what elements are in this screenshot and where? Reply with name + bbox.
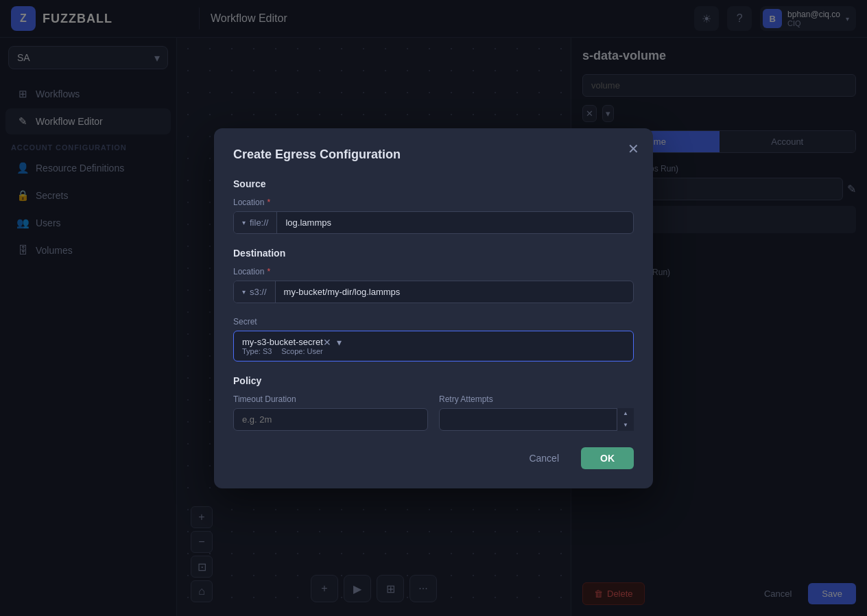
secret-selector[interactable]: my-s3-bucket-secret Type: S3 Scope: User… [233,331,634,362]
create-egress-modal: Create Egress Configuration ✕ Source Loc… [214,128,653,488]
secret-field: Secret my-s3-bucket-secret Type: S3 Scop… [233,317,634,362]
secret-clear-button[interactable]: ✕ [323,337,331,348]
dest-location-input-wrapper: ▾ s3:// [233,281,634,303]
modal-overlay: Create Egress Configuration ✕ Source Loc… [0,0,867,616]
chevron-down-icon: ▾ [242,288,246,296]
modal-actions: Cancel OK [233,447,634,469]
modal-title: Create Egress Configuration [233,147,634,162]
source-location-field: Location * ▾ file:// [233,198,634,234]
dest-prefix-text: s3:// [250,287,267,297]
secret-select-content: my-s3-bucket-secret Type: S3 Scope: User… [242,337,342,355]
destination-section-title: Destination [233,248,634,259]
source-location-label: Location * [233,198,634,207]
retry-input-wrapper: ▲ ▼ [439,408,634,431]
source-section-title: Source [233,178,634,189]
secret-name: my-s3-bucket-secret [242,337,323,347]
retry-field: Retry Attempts ▲ ▼ [439,394,634,431]
secret-scope: Scope: User [281,347,323,355]
required-marker: * [267,198,270,207]
dest-location-label: Location * [233,267,634,276]
secret-label: Secret [233,317,634,327]
retry-increment-button[interactable]: ▲ [617,408,634,420]
modal-ok-button[interactable]: OK [581,447,634,469]
dest-location-input[interactable] [276,281,633,303]
source-prefix-text: file:// [250,217,268,228]
required-marker: * [267,267,270,276]
timeout-field: Timeout Duration [233,394,428,431]
policy-row: Timeout Duration Retry Attempts ▲ ▼ [233,394,634,431]
policy-section-title: Policy [233,375,634,386]
modal-close-button[interactable]: ✕ [628,142,639,156]
timeout-label: Timeout Duration [233,394,428,404]
secret-type: Type: S3 [242,347,272,355]
secret-expand-button[interactable]: ▾ [337,337,342,348]
dest-prefix-selector[interactable]: ▾ s3:// [234,281,276,303]
source-prefix-selector[interactable]: ▾ file:// [234,212,277,233]
dest-location-field: Location * ▾ s3:// [233,267,634,303]
retry-input[interactable] [439,408,634,431]
chevron-down-icon: ▾ [242,219,246,226]
secret-select-actions: ✕ ▾ [323,337,342,348]
source-location-input[interactable] [277,212,633,233]
retry-spinners: ▲ ▼ [617,408,634,431]
retry-label: Retry Attempts [439,394,634,404]
timeout-input[interactable] [233,408,428,431]
timeout-input-wrapper [233,408,428,431]
retry-decrement-button[interactable]: ▼ [617,419,634,431]
secret-select-main: my-s3-bucket-secret Type: S3 Scope: User [242,337,323,355]
source-location-input-wrapper: ▾ file:// [233,211,634,234]
modal-cancel-button[interactable]: Cancel [515,447,573,469]
